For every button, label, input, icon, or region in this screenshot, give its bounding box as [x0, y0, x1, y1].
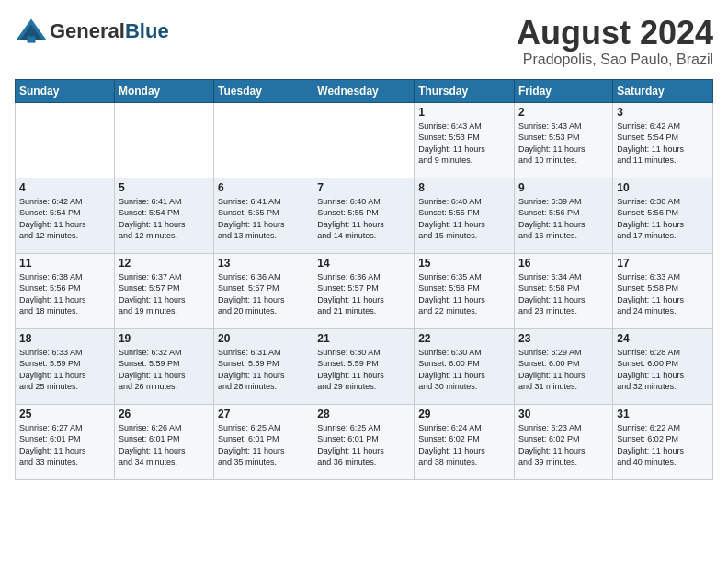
day-number: 28 — [317, 408, 410, 420]
calendar-cell-1-2 — [114, 102, 213, 178]
day-number: 7 — [317, 181, 410, 194]
day-number: 25 — [19, 408, 110, 420]
page-container: GeneralBlue August 2024 Pradopolis, Sao … — [0, 0, 728, 488]
logo-blue-text: Blue — [125, 19, 169, 42]
calendar-cell-5-2: 26Sunrise: 6:26 AM Sunset: 6:01 PM Dayli… — [114, 404, 213, 479]
cell-content: Sunrise: 6:38 AM Sunset: 5:56 PM Dayligh… — [617, 196, 709, 242]
calendar-cell-4-6: 23Sunrise: 6:29 AM Sunset: 6:00 PM Dayli… — [515, 328, 613, 404]
calendar-cell-5-6: 30Sunrise: 6:23 AM Sunset: 6:02 PM Dayli… — [515, 404, 613, 479]
svg-rect-2 — [28, 36, 36, 42]
day-number: 23 — [518, 332, 609, 345]
day-number: 3 — [617, 106, 709, 119]
calendar-week-3: 11Sunrise: 6:38 AM Sunset: 5:56 PM Dayli… — [16, 253, 713, 328]
calendar-cell-3-1: 11Sunrise: 6:38 AM Sunset: 5:56 PM Dayli… — [16, 253, 115, 328]
cell-content: Sunrise: 6:40 AM Sunset: 5:55 PM Dayligh… — [317, 196, 410, 242]
calendar-cell-4-1: 18Sunrise: 6:33 AM Sunset: 5:59 PM Dayli… — [16, 328, 115, 404]
day-number: 24 — [617, 332, 709, 345]
day-number: 18 — [19, 332, 110, 345]
calendar-cell-1-1 — [16, 102, 115, 178]
cell-content: Sunrise: 6:40 AM Sunset: 5:55 PM Dayligh… — [418, 196, 510, 242]
calendar-cell-5-1: 25Sunrise: 6:27 AM Sunset: 6:01 PM Dayli… — [16, 404, 115, 479]
cell-content: Sunrise: 6:33 AM Sunset: 5:58 PM Dayligh… — [617, 271, 709, 317]
calendar-cell-3-7: 17Sunrise: 6:33 AM Sunset: 5:58 PM Dayli… — [613, 253, 713, 328]
day-number: 27 — [218, 408, 309, 420]
cell-content: Sunrise: 6:43 AM Sunset: 5:53 PM Dayligh… — [518, 121, 609, 167]
location: Pradopolis, Sao Paulo, Brazil — [517, 52, 713, 68]
col-monday: Monday — [114, 79, 213, 102]
calendar-cell-4-5: 22Sunrise: 6:30 AM Sunset: 6:00 PM Dayli… — [415, 328, 515, 404]
day-number: 26 — [119, 408, 210, 420]
cell-content: Sunrise: 6:26 AM Sunset: 6:01 PM Dayligh… — [119, 422, 210, 468]
day-number: 19 — [119, 332, 210, 345]
day-number: 4 — [19, 181, 110, 194]
calendar-week-4: 18Sunrise: 6:33 AM Sunset: 5:59 PM Dayli… — [16, 328, 713, 404]
day-number: 12 — [119, 257, 210, 270]
calendar-cell-2-7: 10Sunrise: 6:38 AM Sunset: 5:56 PM Dayli… — [613, 178, 713, 253]
day-number: 8 — [418, 181, 510, 194]
calendar-cell-1-6: 2Sunrise: 6:43 AM Sunset: 5:53 PM Daylig… — [515, 102, 613, 178]
calendar-cell-3-3: 13Sunrise: 6:36 AM Sunset: 5:57 PM Dayli… — [214, 253, 313, 328]
cell-content: Sunrise: 6:22 AM Sunset: 6:02 PM Dayligh… — [617, 422, 709, 468]
logo-general-text: General — [50, 19, 125, 42]
day-number: 9 — [518, 181, 609, 194]
calendar-table: Sunday Monday Tuesday Wednesday Thursday… — [15, 79, 713, 480]
cell-content: Sunrise: 6:39 AM Sunset: 5:56 PM Dayligh… — [518, 196, 609, 242]
calendar-cell-1-7: 3Sunrise: 6:42 AM Sunset: 5:54 PM Daylig… — [613, 102, 713, 178]
calendar-cell-1-5: 1Sunrise: 6:43 AM Sunset: 5:53 PM Daylig… — [415, 102, 515, 178]
calendar-cell-4-2: 19Sunrise: 6:32 AM Sunset: 5:59 PM Dayli… — [114, 328, 213, 404]
cell-content: Sunrise: 6:38 AM Sunset: 5:56 PM Dayligh… — [19, 271, 110, 317]
cell-content: Sunrise: 6:37 AM Sunset: 5:57 PM Dayligh… — [119, 271, 210, 317]
cell-content: Sunrise: 6:32 AM Sunset: 5:59 PM Dayligh… — [119, 347, 210, 393]
calendar-cell-2-5: 8Sunrise: 6:40 AM Sunset: 5:55 PM Daylig… — [415, 178, 515, 253]
calendar-cell-4-4: 21Sunrise: 6:30 AM Sunset: 5:59 PM Dayli… — [313, 328, 415, 404]
day-number: 21 — [317, 332, 410, 345]
day-number: 2 — [518, 106, 609, 119]
calendar-cell-4-3: 20Sunrise: 6:31 AM Sunset: 5:59 PM Dayli… — [214, 328, 313, 404]
day-number: 29 — [418, 408, 510, 420]
day-number: 16 — [518, 257, 609, 270]
calendar-cell-2-6: 9Sunrise: 6:39 AM Sunset: 5:56 PM Daylig… — [515, 178, 613, 253]
header: GeneralBlue August 2024 Pradopolis, Sao … — [15, 15, 713, 68]
cell-content: Sunrise: 6:41 AM Sunset: 5:54 PM Dayligh… — [119, 196, 210, 242]
calendar-week-2: 4Sunrise: 6:42 AM Sunset: 5:54 PM Daylig… — [16, 178, 713, 253]
calendar-cell-3-2: 12Sunrise: 6:37 AM Sunset: 5:57 PM Dayli… — [114, 253, 213, 328]
day-number: 10 — [617, 181, 709, 194]
calendar-week-1: 1Sunrise: 6:43 AM Sunset: 5:53 PM Daylig… — [16, 102, 713, 178]
calendar-header-row: Sunday Monday Tuesday Wednesday Thursday… — [16, 79, 713, 102]
calendar-cell-5-7: 31Sunrise: 6:22 AM Sunset: 6:02 PM Dayli… — [613, 404, 713, 479]
day-number: 1 — [418, 106, 510, 119]
calendar-cell-5-5: 29Sunrise: 6:24 AM Sunset: 6:02 PM Dayli… — [415, 404, 515, 479]
day-number: 20 — [218, 332, 309, 345]
col-sunday: Sunday — [16, 79, 115, 102]
cell-content: Sunrise: 6:30 AM Sunset: 6:00 PM Dayligh… — [418, 347, 510, 393]
day-number: 13 — [218, 257, 309, 270]
cell-content: Sunrise: 6:29 AM Sunset: 6:00 PM Dayligh… — [518, 347, 609, 393]
cell-content: Sunrise: 6:42 AM Sunset: 5:54 PM Dayligh… — [19, 196, 110, 242]
calendar-cell-5-3: 27Sunrise: 6:25 AM Sunset: 6:01 PM Dayli… — [214, 404, 313, 479]
calendar-cell-1-3 — [214, 102, 313, 178]
day-number: 11 — [19, 257, 110, 270]
cell-content: Sunrise: 6:28 AM Sunset: 6:00 PM Dayligh… — [617, 347, 709, 393]
col-saturday: Saturday — [613, 79, 713, 102]
calendar-cell-2-3: 6Sunrise: 6:41 AM Sunset: 5:55 PM Daylig… — [214, 178, 313, 253]
cell-content: Sunrise: 6:31 AM Sunset: 5:59 PM Dayligh… — [218, 347, 309, 393]
calendar-week-5: 25Sunrise: 6:27 AM Sunset: 6:01 PM Dayli… — [16, 404, 713, 479]
logo: GeneralBlue — [15, 15, 169, 48]
cell-content: Sunrise: 6:30 AM Sunset: 5:59 PM Dayligh… — [317, 347, 410, 393]
cell-content: Sunrise: 6:36 AM Sunset: 5:57 PM Dayligh… — [317, 271, 410, 317]
cell-content: Sunrise: 6:25 AM Sunset: 6:01 PM Dayligh… — [317, 422, 410, 468]
logo-icon — [15, 15, 48, 48]
day-number: 22 — [418, 332, 510, 345]
calendar-cell-2-2: 5Sunrise: 6:41 AM Sunset: 5:54 PM Daylig… — [114, 178, 213, 253]
day-number: 15 — [418, 257, 510, 270]
cell-content: Sunrise: 6:42 AM Sunset: 5:54 PM Dayligh… — [617, 121, 709, 167]
cell-content: Sunrise: 6:24 AM Sunset: 6:02 PM Dayligh… — [418, 422, 510, 468]
calendar-cell-3-6: 16Sunrise: 6:34 AM Sunset: 5:58 PM Dayli… — [515, 253, 613, 328]
cell-content: Sunrise: 6:25 AM Sunset: 6:01 PM Dayligh… — [218, 422, 309, 468]
col-wednesday: Wednesday — [313, 79, 415, 102]
calendar-cell-2-1: 4Sunrise: 6:42 AM Sunset: 5:54 PM Daylig… — [16, 178, 115, 253]
calendar-cell-3-4: 14Sunrise: 6:36 AM Sunset: 5:57 PM Dayli… — [313, 253, 415, 328]
cell-content: Sunrise: 6:34 AM Sunset: 5:58 PM Dayligh… — [518, 271, 609, 317]
cell-content: Sunrise: 6:41 AM Sunset: 5:55 PM Dayligh… — [218, 196, 309, 242]
calendar-cell-5-4: 28Sunrise: 6:25 AM Sunset: 6:01 PM Dayli… — [313, 404, 415, 479]
